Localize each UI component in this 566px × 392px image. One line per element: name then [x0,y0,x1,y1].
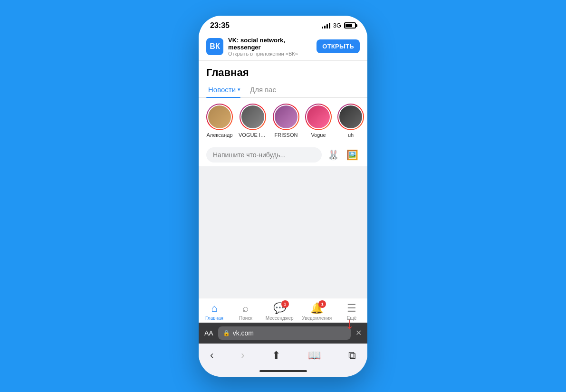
story-item-5[interactable]: uh [337,104,364,138]
status-time: 23:35 [210,21,230,30]
story-label-3: FRISSON [275,132,298,138]
browser-bar: AA 🔒 vk.com ✕ [199,323,367,344]
post-input-row: 🐰 🖼️ [199,143,367,166]
browser-url: vk.com [233,329,254,337]
home-icon: ⌂ [211,302,217,315]
back-button[interactable]: ‹ [206,347,217,363]
story-avatar-4 [306,105,331,129]
story-label-2: VOGUE IS ... [239,132,267,138]
emoji-button[interactable]: 🐰 [326,147,341,163]
nav-item-notifications[interactable]: 🔔 1 Уведомления [302,302,332,321]
story-label-4: Vogue [311,132,326,138]
nav-label-home: Главная [205,316,223,321]
main-content: Главная Новости ▾ Для вас Александр [199,61,367,298]
signal-icon [322,23,330,29]
tab-news-label: Новости [208,86,236,94]
content-area [199,166,367,298]
tab-for-you-label: Для вас [250,86,276,94]
search-icon: ⌕ [242,302,249,315]
phone-wrapper: 23:35 3G ВК VK: social network, messenge… [199,16,367,377]
vk-banner-text: VK: social network, messenger Открыть в … [228,37,312,57]
vk-banner: ВК VK: social network, messenger Открыть… [199,33,367,61]
status-bar: 23:35 3G [199,16,367,33]
browser-actions: ‹ › ⬆ 📖 ⧉ [199,344,367,367]
bottom-nav: ⌂ Главная ⌕ Поиск 💬 1 Мессенджер 🔔 1 Уве… [199,298,367,323]
tab-for-you[interactable]: Для вас [248,82,284,97]
story-label-1: Александр [206,132,232,138]
photo-button[interactable]: 🖼️ [345,147,360,163]
chevron-down-icon: ▾ [238,86,240,93]
lock-icon: 🔒 [223,330,230,336]
forward-button[interactable]: › [237,347,248,363]
story-avatar-wrap-4 [305,104,332,130]
story-avatar-wrap-5 [337,104,364,130]
bookmarks-button[interactable]: 📖 [304,347,325,363]
vk-logo: ВК [206,38,223,55]
browser-aa-label[interactable]: AA [204,329,213,337]
story-avatar-1 [207,105,232,129]
vk-logo-text: ВК [210,42,220,51]
nav-label-search: Поиск [239,316,252,321]
messenger-badge: 1 [281,300,289,308]
nav-item-more[interactable]: ☰ Ещё [340,302,363,321]
story-avatar-3 [274,105,298,129]
story-avatar-wrap-2 [240,104,266,130]
network-label: 3G [333,22,341,29]
vk-banner-subtitle: Открыть в приложении «ВК» [228,51,312,57]
home-bar [259,370,307,372]
nav-item-messenger[interactable]: 💬 1 Мессенджер [266,302,294,321]
nav-label-messenger: Мессенджер [266,316,294,321]
share-button[interactable]: ⬆ [268,347,284,363]
battery-fill [345,24,352,27]
tabs-bar: Новости ▾ Для вас [199,82,367,98]
tabs-button[interactable]: ⧉ [345,347,360,363]
open-app-button[interactable]: ОТКРЫТЬ [317,39,360,53]
story-item-1[interactable]: Александр [206,104,233,138]
nav-label-more: Ещё [347,316,356,321]
story-avatar-5 [338,105,363,129]
notifications-badge: 1 [318,300,326,308]
vk-banner-title: VK: social network, messenger [228,37,312,51]
story-avatar-wrap-1 [206,104,233,130]
nav-item-search[interactable]: ⌕ Поиск [234,302,257,321]
home-indicator [199,367,367,377]
post-input[interactable] [206,147,322,163]
nav-label-notifications: Уведомления [302,316,332,321]
more-icon: ☰ [347,302,356,315]
browser-url-box[interactable]: 🔒 vk.com [218,326,351,340]
status-icons: 3G [322,22,356,29]
notifications-icon: 🔔 1 [310,302,323,315]
story-item-4[interactable]: Vogue [305,104,332,138]
story-item-2[interactable]: VOGUE IS ... [239,104,267,138]
nav-item-home[interactable]: ⌂ Главная [203,302,226,321]
story-label-5: uh [348,132,354,138]
messenger-icon: 💬 1 [273,302,286,315]
stories-row: Александр VOGUE IS ... FRISSON Vogue [199,98,367,143]
story-item-3[interactable]: FRISSON [273,104,299,138]
close-icon[interactable]: ✕ [355,328,362,337]
story-avatar-2 [240,105,265,129]
story-avatar-wrap-3 [273,104,299,130]
page-title: Главная [199,61,367,82]
battery-icon [344,22,356,29]
tab-news[interactable]: Новости ▾ [206,82,248,97]
